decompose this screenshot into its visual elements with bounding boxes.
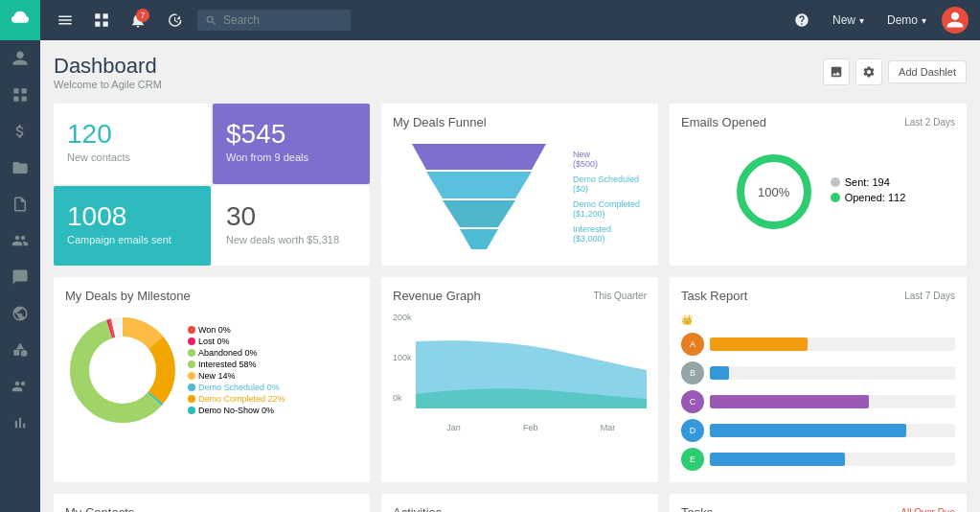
new-dropdown-icon: ▾ [859, 15, 864, 26]
task-report-header: Task Report Last 7 Days [681, 289, 955, 303]
revenue-x-feb: Feb [523, 423, 538, 432]
funnel-content: New($500) Demo Scheduled($0) Demo Comple… [393, 139, 647, 254]
funnel-title: My Deals Funnel [393, 115, 487, 129]
campaign-label: Campaign emails sent [67, 234, 197, 245]
topbar-menu-icon[interactable] [52, 7, 79, 34]
milestone-title: My Deals by Milestone [65, 289, 191, 303]
milestone-dot-won [188, 326, 195, 334]
emails-header: Emails Opened Last 2 Days [681, 115, 955, 129]
sidebar-item-doc[interactable] [0, 186, 40, 222]
legend-sent: Sent: 194 [831, 176, 906, 188]
activities-title: Activities [393, 505, 442, 512]
campaign-emails-card: 1008 Campaign emails sent [54, 186, 211, 267]
task-bar-container-5 [710, 453, 955, 466]
revenue-y-100k: 100k [393, 353, 412, 362]
contacts-header: My Contacts [65, 505, 358, 512]
revenue-chart-wrap: 200k 100k 0k Jan Feb Mar [393, 313, 647, 432]
task-report-list: 👑 A B C [681, 313, 955, 471]
page-title: Dashboard [54, 54, 162, 79]
milestone-content: Won 0% Lost 0% Abandoned 0% Interested 5… [65, 313, 358, 428]
donut-legend: Sent: 194 Opened: 112 [831, 176, 906, 207]
revenue-y-200k: 200k [393, 313, 412, 322]
task-avatar-3: C [681, 390, 704, 413]
task-bar-container-1 [710, 337, 955, 351]
new-button[interactable]: New ▾ [825, 10, 872, 31]
task-row-3: C [681, 390, 955, 413]
sidebar-item-team[interactable] [0, 222, 40, 259]
topbar: 7 New ▾ Demo ▾ [40, 0, 980, 40]
search-input[interactable] [223, 13, 338, 27]
sidebar [0, 0, 40, 512]
won-deals-card: $545 Won from 9 deals [213, 104, 370, 184]
dashlet-controls: Add Dashlet [823, 58, 967, 85]
add-dashlet-button[interactable]: Add Dashlet [888, 60, 967, 83]
funnel-header: My Deals Funnel [393, 115, 647, 129]
dashlet-img-icon[interactable] [823, 58, 850, 85]
stat-cards: 120 New contacts $545 Won from 9 deals 1… [54, 104, 370, 266]
new-deals-value: 30 [226, 203, 356, 230]
demo-button[interactable]: Demo ▾ [879, 10, 934, 31]
page-subtitle: Welcome to Agile CRM [54, 79, 162, 90]
legend-opened-dot [831, 193, 840, 202]
sidebar-item-globe[interactable] [0, 295, 40, 332]
dashboard-row3: My Contacts DI Dion Other, Signup Activi… [54, 494, 967, 512]
task-report-panel: Task Report Last 7 Days 👑 A B [670, 277, 967, 482]
revenue-x-mar: Mar [601, 423, 616, 432]
sidebar-item-grid[interactable] [0, 77, 40, 113]
tasks-panel: Tasks All Over Due Call for Demo Call Fr… [670, 494, 967, 512]
milestone-svg [65, 313, 180, 428]
new-deals-card: 30 New deals worth $5,318 [213, 186, 370, 267]
sidebar-item-chat[interactable] [0, 259, 40, 295]
legend-interested: Interested 58% [188, 360, 285, 369]
task-report-subtitle: Last 7 Days [904, 291, 955, 301]
user-avatar[interactable] [942, 7, 969, 34]
legend-demo-scheduled: Demo Scheduled 0% [188, 383, 285, 392]
task-avatar-2: B [681, 361, 704, 384]
topbar-history-icon[interactable] [161, 7, 188, 34]
dashboard-row1: 120 New contacts $545 Won from 9 deals 1… [54, 104, 967, 266]
won-label: Won from 9 deals [226, 151, 356, 163]
task-avatar-4: D [681, 419, 704, 442]
dashboard-row2: My Deals by Milestone [54, 277, 967, 482]
task-avatar-5: E [681, 448, 704, 471]
svg-marker-3 [460, 229, 498, 249]
funnel-label-new: New($500) [573, 150, 640, 169]
legend-demo-completed: Demo Completed 22% [188, 394, 285, 404]
sidebar-item-network[interactable] [0, 368, 40, 405]
milestone-legend: Won 0% Lost 0% Abandoned 0% Interested 5… [188, 325, 285, 415]
sidebar-item-folder[interactable] [0, 150, 40, 186]
revenue-header: Revenue Graph This Quarter [393, 289, 647, 303]
legend-won: Won 0% [188, 325, 285, 335]
topbar-actions: New ▾ Demo ▾ [786, 7, 969, 34]
emails-title: Emails Opened [681, 115, 766, 129]
task-avatar-1: A [681, 333, 704, 356]
dashlet-settings-icon[interactable] [855, 58, 882, 85]
funnel-svg [393, 139, 565, 254]
legend-sent-text: Sent: 194 [845, 176, 890, 188]
funnel-label-scheduled: Demo Scheduled($0) [573, 175, 640, 194]
activities-panel: Activities ✉ Email subject - Agile CRM |… [381, 494, 658, 512]
help-button[interactable] [786, 9, 817, 32]
emails-panel: Emails Opened Last 2 Days 100% Sent: 194 [670, 104, 967, 266]
sidebar-item-dollar[interactable] [0, 113, 40, 150]
revenue-chart-area: Jan Feb Mar [416, 313, 647, 432]
task-bar-3 [710, 395, 869, 408]
tasks-header: Tasks All Over Due [681, 505, 955, 512]
won-value: $545 [226, 121, 356, 148]
svg-marker-0 [412, 144, 546, 170]
topbar-grid-icon[interactable] [88, 7, 115, 34]
sidebar-item-analytics[interactable] [0, 405, 40, 441]
task-row-1: A [681, 333, 955, 356]
funnel-label-completed: Demo Completed($1,200) [573, 199, 640, 219]
search-box[interactable] [197, 10, 351, 31]
activities-header: Activities [393, 505, 647, 512]
revenue-x-jan: Jan [446, 423, 461, 432]
sidebar-item-box[interactable] [0, 332, 40, 368]
contacts-panel: My Contacts DI Dion Other, Signup [54, 494, 370, 512]
sidebar-logo[interactable] [0, 0, 40, 40]
donut-chart: 100% [731, 149, 817, 235]
milestone-dot-scheduled [188, 384, 195, 391]
sidebar-item-people[interactable] [0, 40, 40, 77]
legend-new: New 14% [188, 371, 285, 381]
task-report-title: Task Report [681, 289, 747, 303]
